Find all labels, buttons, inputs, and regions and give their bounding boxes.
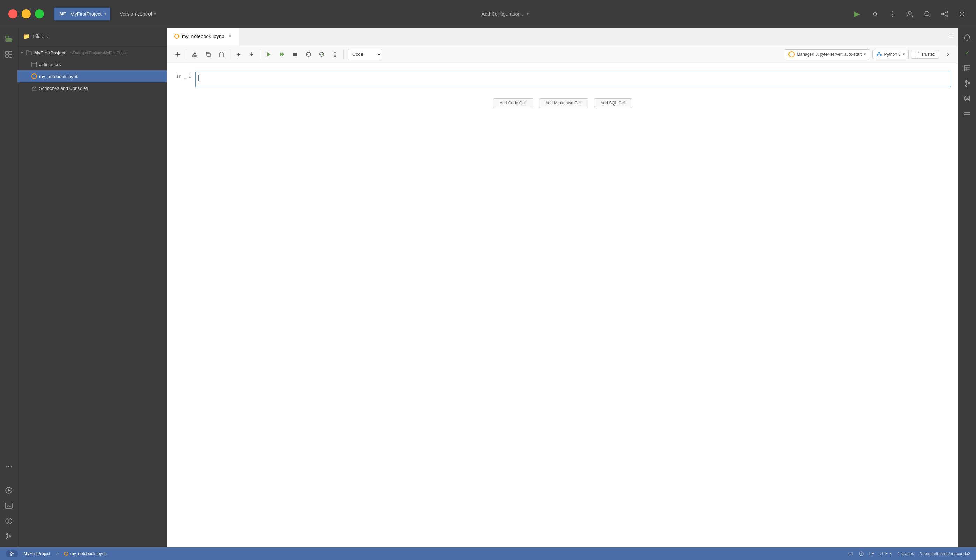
trusted-checkbox[interactable] <box>915 52 919 57</box>
problems-button[interactable] <box>2 514 16 528</box>
files-label[interactable]: Files <box>33 34 43 39</box>
statusbar-right: 2:1 LF UTF-8 4 spaces /Users/jetbrains/a… <box>847 551 971 556</box>
git-right-button[interactable] <box>960 77 974 90</box>
scratches-icon <box>32 85 37 91</box>
tab-more-button[interactable]: ⋮ <box>944 28 958 45</box>
cell-cursor <box>198 75 199 81</box>
svg-rect-12 <box>5 51 8 54</box>
tab-close-button[interactable]: ✕ <box>228 34 232 39</box>
notebook-icon <box>32 73 37 79</box>
files-chevron[interactable]: ∨ <box>46 34 49 39</box>
run-cell-button[interactable] <box>262 48 275 61</box>
file-tree: ▼ MyFirstProject ~/DataspellProjects/MyF… <box>17 45 167 547</box>
expand-button[interactable] <box>941 48 954 61</box>
file-item-airlines[interactable]: airlines.csv <box>17 58 167 70</box>
terminal-button[interactable] <box>2 499 16 513</box>
statusbar-lf[interactable]: LF <box>869 551 874 556</box>
vcs-icon <box>9 551 15 557</box>
add-cell-button[interactable] <box>172 48 184 61</box>
python-button[interactable]: Python 3 ▾ <box>872 50 908 59</box>
statusbar-indent[interactable]: 4 spaces <box>897 551 914 556</box>
maximize-button[interactable] <box>35 9 44 18</box>
add-configuration-button[interactable]: Add Configuration... ▾ <box>477 10 533 18</box>
run-button[interactable]: ▶ <box>851 8 863 20</box>
kernel-icon <box>789 51 795 57</box>
svg-rect-35 <box>207 53 210 57</box>
clear-output-button[interactable] <box>329 48 341 61</box>
project-button[interactable]: MF MyFirstProject ▾ <box>53 8 110 20</box>
svg-point-5 <box>946 15 948 17</box>
left-sidebar-icons: ⋯ <box>0 28 17 547</box>
project-dropdown-arrow: ▾ <box>104 12 106 17</box>
kernel-button[interactable]: Managed Jupyter server: auto-start ▾ <box>784 50 871 59</box>
titlebar-actions: ▶ ⚙ ⋮ <box>851 8 968 20</box>
kernel-label: Managed Jupyter server: auto-start <box>797 52 862 57</box>
share-icon[interactable] <box>939 8 950 20</box>
search-icon[interactable] <box>922 8 933 20</box>
file-item-notebook[interactable]: my_notebook.ipynb <box>17 70 167 82</box>
move-down-button[interactable] <box>246 48 258 61</box>
move-up-button[interactable] <box>232 48 245 61</box>
scratches-label: Scratches and Consoles <box>39 86 88 91</box>
svg-point-22 <box>8 522 9 523</box>
run-all-button[interactable] <box>276 48 288 61</box>
gear-icon[interactable] <box>956 8 968 20</box>
settings-icon[interactable]: ⚙ <box>869 8 881 20</box>
svg-point-31 <box>193 55 194 57</box>
cut-cell-button[interactable] <box>189 48 201 61</box>
project-name: MyFirstProject <box>70 11 102 17</box>
main-area: ⋯ <box>0 28 976 547</box>
git-button[interactable] <box>2 529 16 543</box>
svg-rect-26 <box>32 62 37 67</box>
svg-rect-13 <box>9 51 12 54</box>
restart-run-button[interactable] <box>316 48 328 61</box>
tutorials-button[interactable] <box>2 483 16 497</box>
trusted-label: Trusted <box>921 52 935 57</box>
add-markdown-cell-button[interactable]: Add Markdown Cell <box>539 98 588 108</box>
statusbar-position[interactable]: 2:1 <box>847 551 853 556</box>
layers-right-button[interactable] <box>960 61 974 75</box>
check-icon-button[interactable]: ✓ <box>960 46 974 60</box>
code-cell-1[interactable]: In _ 1 <box>167 72 958 87</box>
file-item-scratches[interactable]: Scratches and Consoles <box>17 82 167 94</box>
project-name-label: MyFirstProject <box>34 50 65 55</box>
statusbar-conda-path[interactable]: /Users/jetbrains/anaconda3 <box>919 551 971 556</box>
add-sql-cell-button[interactable]: Add SQL Cell <box>594 98 632 108</box>
svg-point-0 <box>908 12 911 14</box>
structure-panel-button[interactable] <box>2 47 16 61</box>
svg-marker-40 <box>280 52 282 57</box>
notebook-tab[interactable]: my_notebook.ipynb ✕ <box>167 28 239 45</box>
toolbar-separator-2 <box>230 50 230 59</box>
run-icon: ▶ <box>854 9 860 18</box>
svg-line-34 <box>195 52 196 55</box>
file-panel: 📁 Files ∨ ▼ MyFirstProject ~/DataspellPr… <box>17 28 167 547</box>
notifications-right-button[interactable] <box>960 31 974 45</box>
copy-cell-button[interactable] <box>202 48 214 61</box>
svg-rect-18 <box>5 503 12 508</box>
statusbar-problems-icon[interactable] <box>859 551 864 556</box>
close-button[interactable] <box>8 9 17 18</box>
list-right-button[interactable] <box>960 107 974 121</box>
stop-button[interactable] <box>289 48 301 61</box>
add-config-label: Add Configuration... <box>481 11 525 17</box>
trusted-button[interactable]: Trusted <box>911 50 939 58</box>
titlebar: MF MyFirstProject ▾ Version control ▾ Ad… <box>0 0 976 28</box>
files-panel-button[interactable] <box>2 32 16 46</box>
database-right-button[interactable] <box>960 92 974 106</box>
minimize-button[interactable] <box>22 9 31 18</box>
more-options-icon[interactable]: ⋮ <box>887 8 898 20</box>
paste-cell-button[interactable] <box>215 48 227 61</box>
statusbar-notebook-icon <box>64 552 69 556</box>
project-root-item[interactable]: ▼ MyFirstProject ~/DataspellProjects/MyF… <box>17 47 167 58</box>
notebook-content: In _ 1 Add Code Cell Add Markdown Cell A… <box>167 63 958 547</box>
vcs-button[interactable] <box>5 550 18 557</box>
cell-type-select[interactable]: Code Markdown Raw <box>348 49 382 60</box>
more-tools-button[interactable]: ⋯ <box>2 460 16 473</box>
statusbar-encoding[interactable]: UTF-8 <box>880 551 892 556</box>
restart-button[interactable] <box>302 48 315 61</box>
statusbar-separator: > <box>56 551 58 556</box>
version-control-button[interactable]: Version control ▾ <box>116 10 160 18</box>
cell-input-area[interactable] <box>195 72 951 87</box>
add-code-cell-button[interactable]: Add Code Cell <box>493 98 533 108</box>
profile-icon[interactable] <box>904 8 915 20</box>
